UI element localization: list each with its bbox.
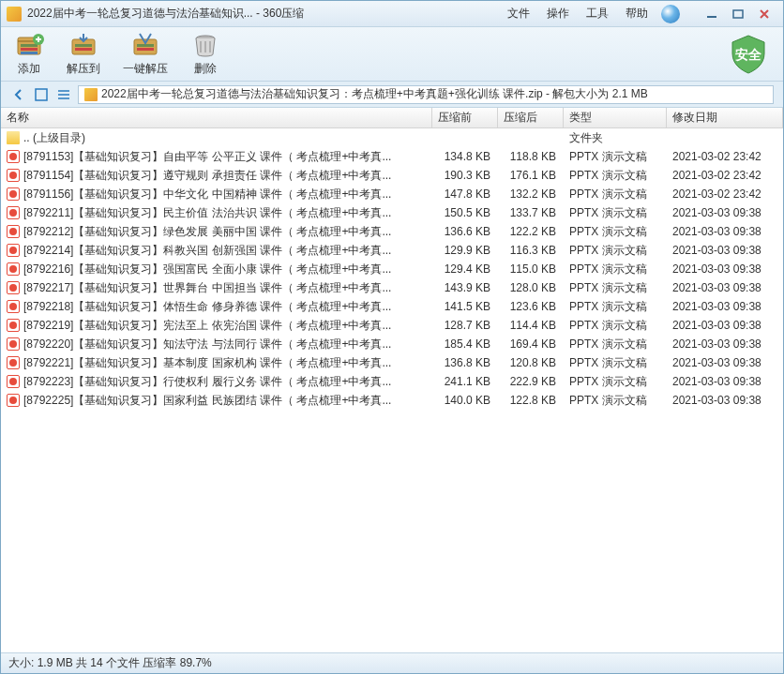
file-row[interactable]: [8792225]【基础知识复习】国家利益 民族团结 课件（ 考点梳理+中考真.… [1,391,783,410]
folder-icon [7,131,20,144]
add-icon [14,32,44,58]
col-type-header[interactable]: 类型 [564,108,667,127]
svg-rect-9 [75,44,92,47]
svg-rect-13 [137,48,154,51]
svg-rect-6 [21,52,38,54]
pptx-icon [7,150,20,163]
file-row[interactable]: [8792217]【基础知识复习】世界舞台 中国担当 课件（ 考点梳理+中考真.… [1,278,783,297]
pptx-icon [7,206,20,219]
menu-help[interactable]: 帮助 [626,6,648,22]
file-row[interactable]: [8792214]【基础知识复习】科教兴国 创新强国 课件（ 考点梳理+中考真.… [1,241,783,260]
svg-rect-5 [21,48,38,51]
back-button[interactable] [10,86,27,103]
svg-text:安全: 安全 [735,47,762,62]
one-click-icon [130,32,160,58]
pptx-icon [7,262,20,276]
extract-to-label: 解压到 [67,61,100,77]
close-button[interactable] [751,5,777,23]
add-label: 添加 [18,61,40,77]
col-name-header[interactable]: 名称 [1,108,432,127]
pptx-icon [7,225,20,238]
toolbar: 添加 解压到 一键解压 删除 安全 [1,27,783,82]
parent-dir-row[interactable]: .. (上级目录) 文件夹 [1,128,783,147]
file-row[interactable]: [8791153]【基础知识复习】自由平等 公平正义 课件（ 考点梳理+中考真.… [1,147,783,166]
view-large-icon[interactable] [33,86,50,103]
pptx-icon [7,244,20,257]
status-text: 大小: 1.9 MB 共 14 个文件 压缩率 89.7% [8,655,212,671]
col-before-header[interactable]: 压缩前 [432,108,498,127]
menu-file[interactable]: 文件 [507,6,530,22]
menu-tools[interactable]: 工具 [586,6,609,22]
pptx-icon [7,337,20,351]
menu-operate[interactable]: 操作 [547,6,569,22]
delete-label: 删除 [194,61,217,77]
address-input[interactable]: 2022届中考一轮总复习道德与法治基础知识复习：考点梳理+中考真题+强化训练 课… [78,85,774,104]
extract-to-button[interactable]: 解压到 [67,32,100,77]
app-icon [7,7,22,22]
file-row[interactable]: [8792211]【基础知识复习】民主价值 法治共识 课件（ 考点梳理+中考真.… [1,203,783,222]
file-row[interactable]: [8791156]【基础知识复习】中华文化 中国精神 课件（ 考点梳理+中考真.… [1,185,783,203]
window-controls [699,5,777,23]
maximize-button[interactable] [725,5,751,23]
file-row[interactable]: [8792223]【基础知识复习】行使权利 履行义务 课件（ 考点梳理+中考真.… [1,372,783,391]
svg-rect-0 [707,16,716,18]
archive-icon [84,88,98,101]
col-date-header[interactable]: 修改日期 [667,108,783,127]
svg-rect-10 [75,48,92,51]
add-button[interactable]: 添加 [14,32,44,77]
pptx-icon [7,169,20,182]
file-row[interactable]: [8792220]【基础知识复习】知法守法 与法同行 课件（ 考点梳理+中考真.… [1,335,783,353]
pptx-icon [7,300,20,313]
safe-badge: 安全 [727,33,770,76]
col-after-header[interactable]: 压缩后 [498,108,564,127]
file-row[interactable]: [8791154]【基础知识复习】遵守规则 承担责任 课件（ 考点梳理+中考真.… [1,166,783,185]
pptx-icon [7,319,20,332]
file-row[interactable]: [8792221]【基础知识复习】基本制度 国家机构 课件（ 考点梳理+中考真.… [1,353,783,372]
pptx-icon [7,187,20,201]
file-row[interactable]: [8792218]【基础知识复习】体悟生命 修身养德 课件（ 考点梳理+中考真.… [1,297,783,316]
view-list-icon[interactable] [55,86,72,103]
statusbar: 大小: 1.9 MB 共 14 个文件 压缩率 89.7% [1,652,783,673]
minimize-button[interactable] [699,5,725,23]
address-text: 2022届中考一轮总复习道德与法治基础知识复习：考点梳理+中考真题+强化训练 课… [101,86,648,102]
pptx-icon [7,394,20,407]
delete-icon [190,32,220,58]
pptx-icon [7,281,20,294]
column-headers: 名称 压缩前 压缩后 类型 修改日期 [1,108,783,128]
titlebar: 2022届中考一轮总复习道德与法治基础知识... - 360压缩 文件 操作 工… [1,1,783,27]
window-title: 2022届中考一轮总复习道德与法治基础知识... - 360压缩 [27,6,494,22]
pptx-icon [7,375,20,388]
brand-logo-icon [661,5,680,23]
svg-rect-16 [36,89,47,100]
file-list[interactable]: .. (上级目录) 文件夹 [8791153]【基础知识复习】自由平等 公平正义… [1,128,783,652]
file-row[interactable]: [8792216]【基础知识复习】强国富民 全面小康 课件（ 考点梳理+中考真.… [1,260,783,278]
svg-rect-1 [733,10,743,18]
addressbar: 2022届中考一轮总复习道德与法治基础知识复习：考点梳理+中考真题+强化训练 课… [1,82,783,108]
extract-to-icon [68,32,98,58]
file-row[interactable]: [8792219]【基础知识复习】宪法至上 依宪治国 课件（ 考点梳理+中考真.… [1,316,783,335]
app-window: 2022届中考一轮总复习道德与法治基础知识... - 360压缩 文件 操作 工… [0,0,784,674]
one-click-extract-button[interactable]: 一键解压 [123,32,168,77]
one-click-label: 一键解压 [123,61,168,77]
menubar: 文件 操作 工具 帮助 [494,6,661,22]
pptx-icon [7,356,20,369]
svg-rect-4 [21,44,38,47]
delete-button[interactable]: 删除 [190,32,220,77]
file-row[interactable]: [8792212]【基础知识复习】绿色发展 美丽中国 课件（ 考点梳理+中考真.… [1,222,783,241]
